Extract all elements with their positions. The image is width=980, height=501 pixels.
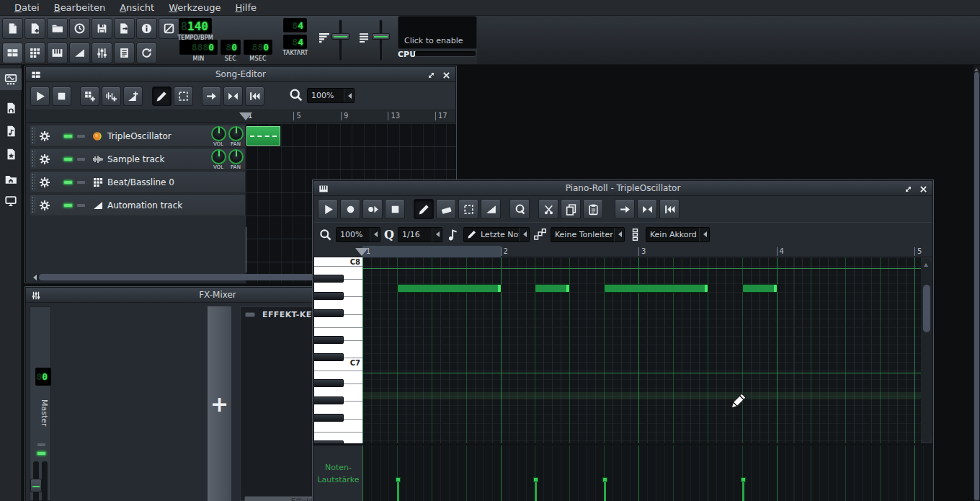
midi-note[interactable] — [398, 285, 501, 292]
stop-button[interactable] — [52, 87, 71, 106]
menu-item-bearbeiten[interactable]: Bearbeiten — [47, 2, 112, 13]
black-key[interactable] — [314, 396, 344, 404]
velocity-knob[interactable] — [396, 477, 401, 482]
track-grip[interactable] — [31, 127, 35, 145]
project-info-button[interactable] — [136, 18, 157, 39]
chord-dropdown[interactable]: Kein Akkord — [646, 227, 710, 242]
play-position-marker[interactable] — [239, 112, 252, 120]
piano-roll-timeline[interactable]: 12345 — [313, 246, 932, 257]
song-zoom-dropdown[interactable]: 100% — [307, 88, 355, 103]
recently-opened-button[interactable] — [69, 18, 90, 39]
track-row[interactable]: Sample trackVOLPAN — [30, 148, 246, 170]
track-solo-led[interactable] — [76, 180, 86, 185]
track-type-icon[interactable] — [92, 154, 104, 165]
track-row[interactable]: Automation track — [30, 194, 246, 216]
record-button[interactable] — [340, 199, 360, 219]
zoom-dropdown[interactable]: 100% — [336, 227, 380, 242]
midi-note[interactable] — [743, 285, 777, 292]
track-mute-led[interactable] — [63, 134, 73, 138]
master-channel-strip[interactable]: 80 Master — [30, 306, 51, 501]
track-row[interactable]: Beat/Bassline 0 — [30, 171, 246, 193]
sidebar-item-presets-browser[interactable] — [0, 120, 22, 142]
gear-icon[interactable] — [39, 130, 50, 142]
track-solo-led[interactable] — [76, 157, 86, 161]
paste-button[interactable] — [583, 199, 603, 219]
timeline-loop-region[interactable] — [362, 246, 501, 257]
erase-mode-button[interactable] — [436, 199, 456, 219]
timeline-behaviour-button[interactable] — [202, 87, 221, 106]
sidebar-item-samples-browser[interactable] — [0, 97, 22, 119]
track-row[interactable]: TripleOscillatorVOLPAN — [30, 125, 246, 147]
black-key[interactable] — [314, 379, 344, 387]
menu-item-hilfe[interactable]: Hilfe — [228, 2, 264, 13]
effect-chain-enable-led[interactable] — [245, 312, 255, 317]
master-volume-slider[interactable] — [339, 20, 342, 61]
dropdown-arrow-icon[interactable] — [614, 228, 624, 241]
sidebar-item-instruments-browser[interactable] — [0, 68, 22, 90]
timesig-numerator-display[interactable]: 84 — [283, 18, 307, 32]
track-grip[interactable] — [31, 173, 35, 191]
velocity-bar[interactable] — [604, 482, 606, 501]
add-sample-track-button[interactable] — [102, 87, 121, 106]
velocity-bar[interactable] — [742, 482, 744, 501]
timeline-behaviour-button[interactable] — [615, 199, 635, 219]
velocity-knob[interactable] — [741, 477, 746, 482]
master-fader-handle[interactable] — [30, 479, 42, 492]
close-icon[interactable] — [442, 69, 451, 83]
record-accompany-button[interactable] — [362, 199, 383, 219]
black-key[interactable] — [314, 292, 344, 300]
new-from-template-button[interactable] — [24, 18, 45, 39]
dropdown-arrow-icon[interactable] — [344, 89, 354, 102]
dropdown-arrow-icon[interactable] — [699, 228, 709, 241]
copy-button[interactable] — [561, 199, 581, 219]
note-length-dropdown[interactable]: Letzte Note — [463, 227, 530, 242]
scroll-thumb[interactable] — [923, 285, 930, 332]
add-bb-track-button[interactable] — [80, 87, 99, 106]
play-button[interactable] — [30, 87, 50, 106]
close-icon[interactable] — [919, 183, 928, 197]
output-visualizer[interactable]: Click to enable — [398, 16, 477, 49]
midi-note[interactable] — [605, 285, 708, 292]
sidebar-item-home-browser[interactable] — [0, 169, 22, 190]
automation-editor-toggle[interactable] — [69, 43, 90, 63]
master-pitch-slider[interactable] — [380, 20, 382, 61]
menu-item-datei[interactable]: Datei — [7, 2, 47, 13]
piano-roll-vertical-scrollbar[interactable] — [921, 259, 932, 442]
timeline-bounce-button[interactable] — [637, 199, 657, 219]
menu-item-werkzeuge[interactable]: Werkzeuge — [161, 2, 228, 13]
zoom-selection-button[interactable] — [509, 199, 530, 219]
song-editor-titlebar[interactable]: Song-Editor — [26, 67, 455, 82]
menu-item-ansicht[interactable]: Ansicht — [112, 2, 161, 13]
black-key[interactable] — [314, 275, 344, 283]
select-mode-button[interactable] — [458, 199, 478, 219]
volume-knob[interactable] — [211, 149, 226, 164]
save-project-button[interactable] — [92, 18, 112, 39]
dropdown-arrow-icon[interactable] — [519, 228, 529, 241]
piano-roll-titlebar[interactable]: Piano-Roll - TripleOscillator — [313, 181, 932, 196]
scale-dropdown[interactable]: Keine Tonleiter — [551, 227, 625, 242]
add-automation-track-button[interactable] — [123, 87, 143, 106]
track-type-icon[interactable] — [92, 200, 104, 211]
midi-note[interactable] — [535, 285, 569, 292]
velocity-knob[interactable] — [602, 477, 607, 482]
track-grip[interactable] — [31, 196, 35, 214]
stop-button[interactable] — [385, 199, 405, 219]
scroll-up-arrow-icon[interactable] — [974, 66, 979, 71]
scroll-up-arrow-icon[interactable] — [924, 261, 928, 267]
pattern-segment[interactable] — [246, 126, 280, 146]
note-grid[interactable] — [362, 257, 921, 443]
piano-keyboard[interactable]: C8C7 — [314, 257, 362, 443]
play-button[interactable] — [318, 199, 338, 219]
gear-icon[interactable] — [39, 154, 50, 165]
add-fx-channel-button[interactable]: + — [208, 306, 231, 501]
track-name[interactable]: Beat/Bassline 0 — [107, 177, 174, 187]
pan-knob[interactable] — [228, 149, 244, 164]
velocity-grid[interactable] — [362, 445, 932, 501]
dropdown-arrow-icon[interactable] — [432, 228, 442, 241]
piano-roll-toggle[interactable] — [47, 43, 68, 63]
edit-mode-button[interactable] — [174, 87, 193, 106]
black-key[interactable] — [314, 414, 344, 422]
velocity-knob[interactable] — [533, 477, 538, 482]
maximize-icon[interactable] — [427, 69, 436, 83]
song-editor-toggle[interactable] — [2, 43, 23, 63]
